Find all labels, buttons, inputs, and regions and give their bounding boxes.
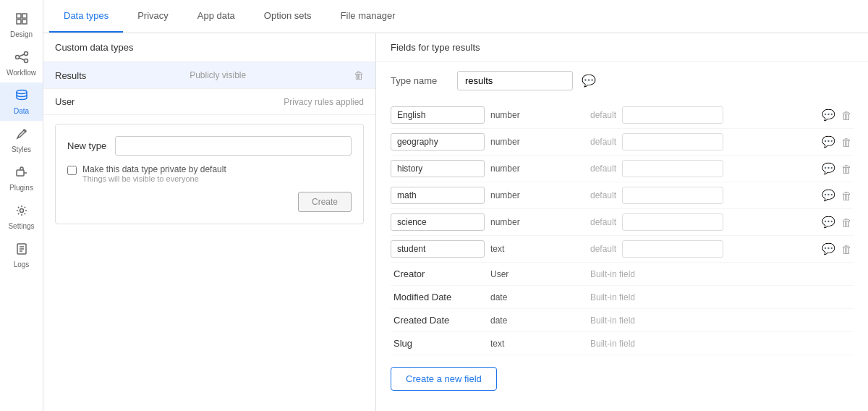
sidebar-item-design[interactable]: Design (0, 6, 43, 44)
sidebar-label-logs: Logs (14, 260, 30, 268)
type-name-comment-icon[interactable]: 💬 (582, 74, 596, 88)
builtin-name-created-date: Created Date (391, 315, 485, 326)
comment-btn-geography[interactable]: 💬 (820, 134, 837, 150)
field-actions-geography: 💬 🗑 (820, 134, 854, 150)
field-input-geography[interactable] (391, 133, 485, 151)
field-default-input-english[interactable] (622, 106, 723, 124)
data-type-list: Results Publicly visible 🗑 User Privacy … (43, 62, 375, 115)
tab-data-types[interactable]: Data types (49, 0, 123, 33)
svg-point-9 (17, 90, 27, 94)
field-actions-student: 💬 🗑 (820, 241, 854, 257)
field-input-history[interactable] (391, 160, 485, 177)
private-checkbox[interactable] (67, 166, 77, 175)
field-default-input-science[interactable] (622, 213, 723, 231)
comment-btn-student[interactable]: 💬 (820, 241, 837, 257)
tab-file-manager[interactable]: File manager (326, 0, 410, 33)
field-actions-math: 💬 🗑 (820, 187, 854, 203)
sidebar-item-styles[interactable]: Styles (0, 121, 43, 159)
tab-option-sets[interactable]: Option sets (250, 0, 326, 33)
svg-line-8 (19, 58, 24, 60)
delete-btn-geography[interactable]: 🗑 (840, 134, 854, 150)
svg-line-7 (19, 54, 24, 56)
data-type-meta-results: Publicly visible (190, 70, 246, 80)
custom-data-types-title: Custom data types (43, 33, 375, 62)
tab-app-data[interactable]: App data (183, 0, 250, 33)
new-type-header: New type (67, 136, 352, 156)
field-type-student: text (490, 244, 541, 254)
field-type-science: number (490, 217, 541, 227)
svg-rect-1 (22, 14, 27, 18)
delete-btn-english[interactable]: 🗑 (840, 107, 854, 123)
builtin-type-modified-date: date (490, 292, 541, 302)
create-field-button[interactable]: Create a new field (391, 367, 497, 391)
field-actions-science: 💬 🗑 (820, 214, 854, 230)
delete-btn-math[interactable]: 🗑 (840, 187, 854, 203)
data-type-row-results[interactable]: Results Publicly visible 🗑 (43, 62, 375, 89)
builtin-label-slug: Built-in field (590, 339, 635, 349)
delete-btn-student[interactable]: 🗑 (840, 241, 854, 257)
builtin-type-created-date: date (490, 315, 541, 326)
sidebar: Design Workflow Data Styles Plugins Sett… (0, 0, 43, 411)
builtin-row-created-date: Created Date date Built-in field (391, 309, 854, 332)
svg-rect-3 (22, 20, 27, 24)
field-input-student[interactable] (391, 240, 485, 258)
field-default-label-geography: default (590, 137, 616, 147)
sidebar-label-data: Data (14, 107, 29, 115)
content-area: Custom data types Results Publicly visib… (43, 33, 868, 411)
field-default-label-math: default (590, 190, 616, 200)
data-type-meta-user: Privacy rules applied (284, 97, 364, 107)
sidebar-item-workflow[interactable]: Workflow (0, 44, 43, 82)
field-default-input-history[interactable] (622, 160, 723, 177)
field-row-science: number default 💬 🗑 (391, 209, 854, 236)
svg-point-4 (15, 56, 19, 59)
field-input-english[interactable] (391, 106, 485, 124)
sidebar-label-workflow: Workflow (7, 69, 36, 77)
data-type-name-results: Results (55, 70, 86, 81)
main-area: Data types Privacy App data Option sets … (43, 0, 868, 411)
comment-btn-math[interactable]: 💬 (820, 187, 837, 203)
field-default-label-english: default (590, 110, 616, 120)
field-default-input-geography[interactable] (622, 133, 723, 151)
create-type-button[interactable]: Create (298, 192, 352, 212)
field-row-geography: number default 💬 🗑 (391, 129, 854, 156)
svg-point-13 (20, 209, 23, 213)
builtin-type-slug: text (490, 339, 541, 349)
svg-point-6 (24, 59, 27, 63)
trash-icon-results[interactable]: 🗑 (354, 69, 364, 81)
field-default-label-student: default (590, 244, 616, 254)
design-icon (14, 12, 29, 28)
tab-privacy[interactable]: Privacy (123, 0, 183, 33)
sidebar-item-settings[interactable]: Settings (0, 198, 43, 236)
delete-btn-science[interactable]: 🗑 (840, 214, 854, 230)
svg-point-5 (24, 52, 27, 56)
sidebar-label-plugins: Plugins (9, 184, 33, 192)
comment-btn-english[interactable]: 💬 (820, 107, 837, 123)
checkbox-subtext: Things will be visible to everyone (82, 174, 226, 183)
sidebar-label-styles: Styles (12, 145, 31, 153)
type-name-input[interactable] (457, 71, 573, 90)
builtin-name-slug: Slug (391, 338, 485, 349)
type-name-label: Type name (391, 75, 448, 86)
fields-container: Type name 💬 number default 💬 🗑 (376, 62, 868, 411)
field-default-input-math[interactable] (622, 187, 723, 204)
comment-btn-history[interactable]: 💬 (820, 161, 837, 177)
data-type-row-user[interactable]: User Privacy rules applied (43, 89, 375, 115)
sidebar-item-logs[interactable]: Logs (0, 236, 43, 274)
sidebar-item-data[interactable]: Data (0, 82, 43, 121)
sidebar-item-plugins[interactable]: Plugins (0, 159, 43, 198)
settings-icon (14, 203, 29, 220)
field-row-math: number default 💬 🗑 (391, 182, 854, 209)
builtin-row-creator: Creator User Built-in field (391, 263, 854, 286)
comment-btn-science[interactable]: 💬 (820, 214, 837, 230)
new-type-input[interactable] (115, 136, 352, 156)
field-input-science[interactable] (391, 213, 485, 231)
field-default-input-student[interactable] (622, 240, 723, 258)
new-type-form: New type Make this data type private by … (55, 124, 364, 224)
plugins-icon (14, 165, 29, 182)
sidebar-label-settings: Settings (8, 222, 34, 230)
field-actions-english: 💬 🗑 (820, 107, 854, 123)
field-type-english: number (490, 110, 541, 120)
delete-btn-history[interactable]: 🗑 (840, 161, 854, 177)
field-type-geography: number (490, 137, 541, 147)
field-input-math[interactable] (391, 187, 485, 204)
